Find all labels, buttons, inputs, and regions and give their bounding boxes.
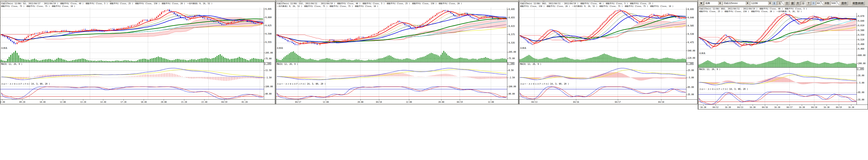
dropdown-arrow-icon: ▼ — [718, 1, 722, 5]
time-axis: 16:3004/1216:3004/1316:3004/1616:3004/17… — [699, 104, 868, 109]
macd-chart: MACD( 12, 26, 9 ) — [0, 63, 264, 82]
chart-title-line2: 一目均衡表( 9, 26, 52 ) 移動平均( Close, 75 ) 移動平… — [277, 5, 518, 7]
macd-label: MACD( 12, 26, 9 ) — [520, 63, 541, 65]
chart-title-line2: 移動平均( Close, 25 ) 移動平均( Close, 150 ) 移動平… — [699, 10, 867, 13]
volume-label: 出来高 — [277, 47, 283, 50]
macd-axis: 25.00-5.00 — [686, 63, 697, 82]
stochastics-chart: スロー・ストキャスティクス( 14, 3, 80, 20 ) — [0, 82, 264, 99]
chart-title-line2: 移動平均( Close, 150 ) 移動平均( Close, 20 ) 一目均… — [520, 5, 697, 7]
clipped-toolbar — [519, 0, 698, 2]
macd-chart: MACD( 12, 26, 9 ) — [276, 63, 507, 82]
chart-header: 日経225mini 12/06( 60分, 2012/04/11 - 2012/… — [699, 7, 868, 13]
period-daily-button[interactable]: 日 — [785, 1, 789, 5]
time-axis: 22:4009:2010:4012:0013:2014:4017:2018:40… — [0, 99, 275, 104]
volume-label: 出来高 — [699, 52, 705, 55]
spin-button[interactable] — [781, 1, 784, 5]
chart-title-line1: 日経225mini 12/06( 15分, 2012/04/11 - 2012/… — [277, 2, 518, 5]
macd-label: MACD( 12, 26, 9 ) — [699, 68, 720, 70]
chart-header: 日経225mini 12/06( 30分, 2012/04/11 - 2012/… — [519, 2, 697, 8]
volume-multiplier: × 100 — [264, 62, 271, 65]
macd-chart: MACD( 12, 26, 9 ) — [699, 68, 857, 88]
apply-button[interactable]: 適用 — [840, 1, 848, 5]
price-chart — [276, 8, 507, 46]
stochastics-label: スロー・ストキャスティクス( 14, 3, 80, 20 ) — [277, 83, 326, 86]
stochastics-chart: スロー・ストキャスティクス( 14, 3, 80, 20 ) — [519, 82, 686, 99]
symbol-select[interactable]: 日経225mini ▼ — [723, 1, 749, 5]
volume-chart: 出来高 — [699, 52, 857, 68]
collapse-toolbar-button[interactable]: ▼ — [699, 1, 704, 5]
bar-label: 足 — [773, 1, 776, 5]
price-axis: 9,6709,6409,6109,5809,5509,5209,4909,460 — [857, 13, 868, 52]
stochastics-axis: 100.0040.00 — [507, 82, 518, 99]
minute-label: 分 — [812, 1, 815, 5]
volume-multiplier: × 100 — [687, 62, 693, 65]
time-axis: 04/1712:0020:0004/1812:0020:0004/1912:00 — [276, 99, 518, 104]
price-axis: 9,6959,6609,6259,5909,555 — [264, 8, 275, 46]
volume-chart: 出来高 — [519, 46, 686, 63]
count-stepper[interactable]: 500 — [831, 1, 839, 5]
period-weekly-button[interactable]: 週 — [790, 1, 795, 5]
stochastics-axis: 95.0035.00 — [857, 88, 868, 104]
period-monthly-button[interactable]: 月 — [796, 1, 800, 5]
macd-axis: 11.50-1.50 — [264, 63, 275, 82]
chart-window-15min: 日経225mini 12/06( 15分, 2012/04/11 - 2012/… — [275, 0, 519, 104]
spin-button[interactable] — [820, 1, 823, 5]
macd-axis: 35.00-5.00 — [857, 68, 868, 88]
price-chart — [519, 8, 686, 46]
count-label: 本数 — [824, 2, 830, 5]
chart-title-line1: 日経225mini 12/06( 60分, 2012/04/11 - 2012/… — [699, 7, 867, 10]
stochastics-axis: 100.0040.00 — [264, 82, 275, 99]
chart-window-30min: 日経225mini 12/06( 30分, 2012/04/11 - 2012/… — [519, 0, 698, 104]
period-minute-button[interactable]: 分 — [801, 1, 806, 5]
volume-axis: × 100 600.00200.00 — [857, 52, 868, 68]
category-select[interactable]: 先物 ▼ — [704, 1, 722, 5]
chart-window-60min: ▼ 先物 ▼ 日経225mini ▼ 12/06 ▼ 足 1 日 週 月 分 T — [698, 0, 868, 109]
chart-title-line1: 日経225mini 12/06( 5分, 2012/04/17 - 2012/0… — [1, 2, 275, 5]
chart-title-line2: 移動平均( Close, 75 ) 移動平均( Close, 75 ) 移動平均… — [1, 5, 275, 7]
multi-symbol-button[interactable]: 複数銘柄 — [851, 1, 865, 5]
stochastics-chart: スロー・ストキャスティクス( 14, 3, 80, 20 ) — [699, 88, 857, 104]
dropdown-arrow-icon: ▼ — [746, 1, 749, 5]
volume-axis: × 100 205.0075.00 — [507, 46, 518, 63]
chart-header: 日経225mini 12/06( 15分, 2012/04/11 - 2012/… — [276, 2, 518, 8]
price-axis: 9,6959,6559,6159,5759,535 — [507, 8, 518, 46]
chart-header: 日経225mini 12/06( 5分, 2012/04/17 - 2012/0… — [0, 2, 275, 8]
macd-label: MACD( 12, 26, 9 ) — [1, 63, 22, 65]
chart-title-line1: 日経225mini 12/06( 30分, 2012/04/11 - 2012/… — [520, 2, 697, 5]
clipped-toolbar — [276, 0, 519, 2]
stochastics-axis: 95.0035.00 — [686, 82, 697, 99]
time-axis: 04/1304/1604/1704/18 — [519, 99, 697, 104]
minute-stepper[interactable]: 60 — [816, 1, 824, 5]
volume-label: 出来高 — [520, 47, 526, 50]
stochastics-label: スロー・ストキャスティクス( 14, 3, 80, 20 ) — [520, 83, 569, 86]
volume-axis: × 100 340.00120.00 — [686, 46, 697, 63]
period-tick-button[interactable]: T — [806, 1, 811, 5]
clipped-toolbar — [0, 0, 275, 2]
bar-count-stepper[interactable]: 1 — [777, 1, 784, 5]
contract-select[interactable]: 12/06 ▼ — [750, 1, 772, 5]
macd-chart: MACD( 12, 26, 9 ) — [519, 63, 686, 82]
trading-app-screen: 日経225mini 12/06( 5分, 2012/04/17 - 2012/0… — [0, 0, 868, 160]
macd-axis: 8.50-2.50 — [507, 63, 518, 82]
price-chart — [699, 13, 857, 52]
volume-multiplier: × 100 — [857, 67, 864, 70]
volume-multiplier: × 100 — [507, 62, 515, 65]
chart-window-5min: 日経225mini 12/06( 5分, 2012/04/17 - 2012/0… — [0, 0, 275, 104]
price-chart — [0, 8, 264, 46]
stochastics-chart: スロー・ストキャスティクス( 14, 3, 80, 20 ) — [276, 82, 507, 99]
volume-chart: 出来高 — [0, 46, 264, 63]
volume-chart: 出来高 — [276, 46, 507, 63]
dropdown-arrow-icon: ▼ — [768, 1, 772, 5]
volume-axis: × 100 205.0075.00 — [264, 46, 275, 63]
volume-label: 出来高 — [1, 47, 7, 50]
stochastics-label: スロー・ストキャスティクス( 14, 3, 80, 20 ) — [1, 83, 50, 86]
macd-label: MACD( 12, 26, 9 ) — [277, 63, 298, 65]
chart-toolbar: ▼ 先物 ▼ 日経225mini ▼ 12/06 ▼ 足 1 日 週 月 分 T — [698, 0, 868, 7]
spin-button[interactable] — [836, 1, 839, 5]
price-axis: 9,6959,6409,5859,5309,475 — [686, 8, 697, 46]
stochastics-label: スロー・ストキャスティクス( 14, 3, 80, 20 ) — [699, 88, 748, 91]
